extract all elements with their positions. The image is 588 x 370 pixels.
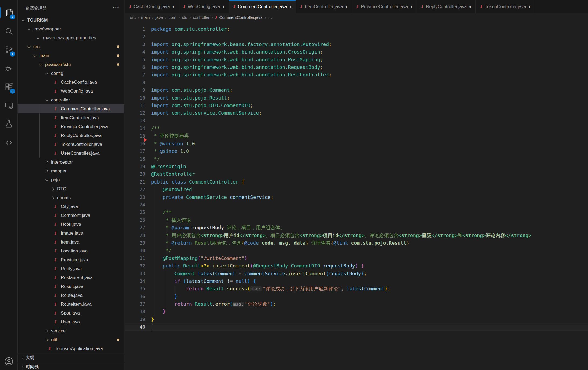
breadcrumb-item-main[interactable]: main [141, 15, 150, 20]
tree-file-hotel-java[interactable]: JHotel.java [18, 220, 124, 229]
tree-file-maven-wrapper-properties[interactable]: ≡maven-wrapper.properties [18, 33, 124, 42]
tree-file-result-java[interactable]: JResult.java [18, 282, 124, 291]
code-line-24[interactable]: 24 [125, 201, 588, 209]
code-line-10[interactable]: 10import com.stu.pojo.Result; [125, 94, 588, 102]
tree-file-route-java[interactable]: JRoute.java [18, 291, 124, 300]
tree-file-tokencontroller-java[interactable]: JTokenController.java [18, 140, 124, 149]
code-line-38[interactable]: 38 } [125, 308, 588, 315]
code-editor[interactable]: 1package com.stu.controller;23import org… [125, 21, 588, 370]
tree-folder-enums[interactable]: enums [18, 193, 124, 202]
more-actions-icon[interactable]: ⋯ [113, 3, 119, 11]
activity-source-control[interactable]: 1 [0, 40, 17, 59]
code-line-36[interactable]: 36 } [125, 293, 588, 300]
code-line-39[interactable]: 39} [125, 316, 588, 323]
tree-file-webconfig-java[interactable]: JWebConfig.java [18, 87, 124, 96]
code-line-1[interactable]: 1package com.stu.controller; [125, 25, 588, 33]
code-line-34[interactable]: 34 if (latestComment != null) { [125, 277, 588, 285]
tab-commentcontroller-java[interactable]: JCommentController.java● [229, 0, 296, 13]
tree-folder-pojo[interactable]: pojo [18, 175, 124, 184]
tree-file-item-java[interactable]: JItem.java [18, 238, 124, 246]
tree-folder-src[interactable]: src [18, 42, 124, 51]
tree-file-user-java[interactable]: JUser.java [18, 318, 124, 326]
code-line-8[interactable]: 8 [125, 79, 588, 86]
modified-dot-icon[interactable]: ● [172, 5, 174, 9]
code-line-20[interactable]: 20@RestController [125, 170, 588, 178]
modified-dot-icon[interactable]: ● [529, 5, 530, 9]
tree-file-location-java[interactable]: JLocation.java [18, 246, 124, 255]
code-line-5[interactable]: 5import org.springframework.web.bind.ann… [125, 56, 588, 64]
code-line-31[interactable]: 31 @PostMapping("/writeComment") [125, 255, 588, 262]
code-line-27[interactable]: 27 * @param requestBody 评论，项目，用户组合体。 [125, 224, 588, 231]
code-line-30[interactable]: 30 */ [125, 247, 588, 254]
code-line-13[interactable]: 13 [125, 117, 588, 125]
activity-run-and-debug[interactable] [0, 59, 17, 77]
code-line-23[interactable]: 23 private CommentService commentService… [125, 193, 588, 201]
activity-extensions[interactable]: 3 [0, 77, 17, 96]
breadcrumb-item-com[interactable]: com [169, 15, 176, 20]
tree-folder-java-com-stu[interactable]: java\com\stu [18, 60, 124, 69]
tree-file-usercontroller-java[interactable]: JUserController.java [18, 149, 124, 158]
sidebar-section-大纲[interactable]: 大纲 [18, 353, 124, 362]
tree-file-comment-java[interactable]: JComment.java [18, 211, 124, 220]
tree-file-spot-java[interactable]: JSpot.java [18, 309, 124, 318]
code-line-9[interactable]: 9import com.stu.pojo.Comment; [125, 86, 588, 94]
code-line-33[interactable]: 33 Comment latestComment = commentServic… [125, 270, 588, 277]
tree-folder-util[interactable]: util [18, 335, 124, 344]
breadcrumb-file[interactable]: CommentController.java [219, 15, 263, 20]
breadcrumb[interactable]: src›main›java›com›stu›controller›JCommen… [125, 13, 588, 21]
code-line-6[interactable]: 6import org.springframework.web.bind.ann… [125, 64, 588, 71]
code-line-3[interactable]: 3import org.springframework.beans.factor… [125, 41, 588, 48]
code-line-28[interactable]: 28 * 用户必须包含<strong>用户id</strong>。项目必须包含<… [125, 232, 588, 239]
code-line-40[interactable]: 40 [125, 323, 588, 331]
tree-file-tourismapplication-java[interactable]: JTourismApplication.java [18, 344, 124, 353]
gutter-marker-icon[interactable] [144, 138, 147, 142]
tab-cacheconfig-java[interactable]: JCacheConfig.java● [125, 0, 179, 13]
code-line-25[interactable]: 25 /** [125, 209, 588, 216]
tab-itemcontroller-java[interactable]: JItemController.java● [296, 0, 352, 13]
code-line-32[interactable]: 32 public Result<?> insertComment(@Reque… [125, 262, 588, 270]
tree-folder-main[interactable]: main [18, 51, 124, 60]
tree-file-province-java[interactable]: JProvince.java [18, 255, 124, 264]
code-line-2[interactable]: 2 [125, 33, 588, 40]
tree-file-routeitem-java[interactable]: JRouteItem.java [18, 300, 124, 309]
tree-file-itemcontroller-java[interactable]: JItemController.java [18, 113, 124, 122]
code-line-14[interactable]: 14/** [125, 125, 588, 132]
tree-file-restaurant-java[interactable]: JRestaurant.java [18, 273, 124, 282]
tree-folder-interceptor[interactable]: interceptor [18, 158, 124, 167]
sidebar-section-时间线[interactable]: 时间线 [18, 362, 124, 370]
tree-folder-dto[interactable]: DTO [18, 184, 124, 193]
tree-file-city-java[interactable]: JCity.java [18, 202, 124, 211]
tab-replycontroller-java[interactable]: JReplyController.java● [417, 0, 476, 13]
modified-dot-icon[interactable]: ● [410, 5, 412, 9]
tree-folder-mvn-wrapper[interactable]: .mvn\wrapper [18, 24, 124, 33]
tree-file-image-java[interactable]: JImage.java [18, 229, 124, 238]
breadcrumb-overflow[interactable]: … [268, 15, 272, 20]
tree-folder-config[interactable]: config [18, 69, 124, 78]
modified-dot-icon[interactable]: ● [469, 5, 471, 9]
tree-folder-tourism[interactable]: TOURISM [18, 16, 124, 24]
code-line-11[interactable]: 11import com.stu.pojo.DTO.CommentDTO; [125, 102, 588, 109]
tree-folder-mapper[interactable]: mapper [18, 167, 124, 175]
tree-file-commentcontroller-java[interactable]: JCommentController.java [18, 104, 124, 113]
tab-provincecontroller-java[interactable]: JProvinceController.java● [352, 0, 417, 13]
activity-testing[interactable] [0, 115, 17, 133]
code-line-4[interactable]: 4import org.springframework.web.bind.ann… [125, 48, 588, 56]
code-line-26[interactable]: 26 * 插入评论 [125, 216, 588, 224]
code-line-15[interactable]: 15 * 评论控制器类 [125, 132, 588, 140]
breadcrumb-item-controller[interactable]: controller [193, 15, 209, 20]
activity-code-tools[interactable] [0, 133, 17, 152]
code-line-21[interactable]: 21public class CommentController { [125, 178, 588, 186]
account-button[interactable] [0, 354, 17, 369]
breadcrumb-item-src[interactable]: src [130, 15, 136, 20]
tree-file-provincecontroller-java[interactable]: JProvinceController.java [18, 122, 124, 131]
code-line-17[interactable]: 17 * @since 1.0 [125, 147, 588, 155]
code-line-29[interactable]: 29 * @return Result组合包，包含{@code code, ms… [125, 239, 588, 247]
breadcrumb-item-stu[interactable]: stu [182, 15, 187, 20]
modified-dot-icon[interactable]: ● [289, 5, 291, 9]
code-line-22[interactable]: 22 @Autowired [125, 186, 588, 193]
code-line-18[interactable]: 18 */ [125, 155, 588, 163]
code-line-12[interactable]: 12import com.stu.service.CommentService; [125, 109, 588, 117]
code-line-37[interactable]: 37 return Result.error(msg:"评论失败"); [125, 300, 588, 308]
modified-dot-icon[interactable]: ● [222, 5, 224, 9]
code-line-7[interactable]: 7import org.springframework.web.bind.ann… [125, 71, 588, 79]
